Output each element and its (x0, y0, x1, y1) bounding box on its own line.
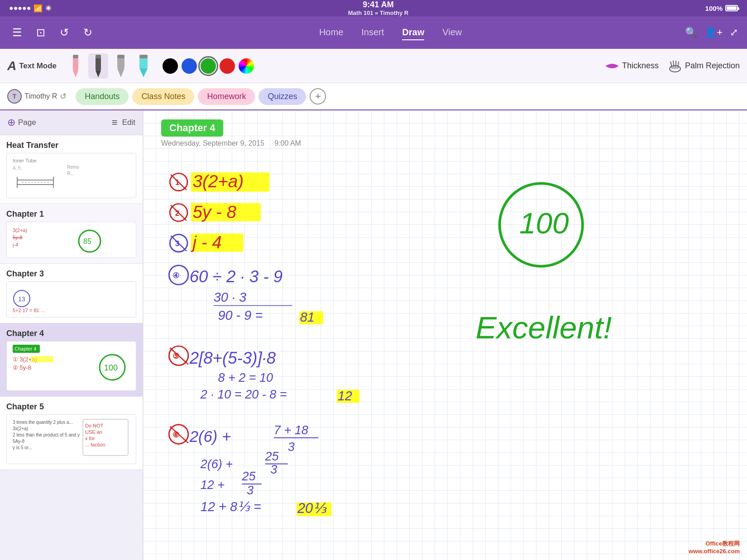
canvas-area[interactable]: Chapter 4 Wednesday, September 9, 2015 9… (143, 110, 747, 560)
watermark-line1: Office教程网 (689, 540, 740, 548)
search-icon[interactable]: 🔍 (685, 27, 697, 38)
sidebar: ⊕ Page ≡ Edit Heat Transfer Inner Tube A… (0, 110, 143, 560)
pen-tool-pink-icon (68, 55, 83, 77)
thickness-button[interactable]: Thickness (605, 61, 659, 71)
hamburger-menu[interactable]: ☰ (9, 24, 25, 42)
svg-text:④: ④ (172, 271, 179, 280)
svg-text:2(6) +: 2(6) + (200, 457, 233, 471)
main-layout: ⊕ Page ≡ Edit Heat Transfer Inner Tube A… (0, 110, 747, 560)
username-arrow[interactable]: ↺ (60, 91, 67, 101)
nav-right: 🔍 👤+ ⤢ (685, 27, 738, 38)
wifi-dots: ●●●●● (9, 4, 31, 12)
sidebar-item-preview: Inner Tube A, h, Remo R... (6, 153, 136, 198)
svg-text:2(6) +: 2(6) + (189, 428, 231, 445)
sidebar-item-chapter1[interactable]: Chapter 1 3(2+a) 5y-8 j-4 85 (0, 204, 143, 264)
color-red[interactable] (220, 58, 235, 74)
svg-text:j - 4: j - 4 (190, 233, 221, 252)
text-mode-icon: A (7, 59, 16, 73)
color-picker[interactable] (239, 58, 254, 74)
svg-rect-8 (117, 55, 124, 58)
chapter-tag: Chapter 4 (161, 119, 223, 137)
svg-text:Remo: Remo (67, 165, 79, 170)
pen-tools (66, 53, 153, 79)
edit-button[interactable]: Edit (122, 118, 135, 127)
sidebar-item-heat-transfer[interactable]: Heat Transfer Inner Tube A, h, Remo R... (0, 135, 143, 204)
tab-classnotes[interactable]: Class Notes (132, 88, 194, 105)
color-green[interactable] (201, 58, 216, 74)
wifi-icon: 📶 (34, 4, 43, 13)
svg-text:12 +: 12 + (201, 478, 225, 492)
svg-text:5+2·17 = 81 ...: 5+2·17 = 81 ... (13, 308, 45, 313)
text-mode-button[interactable]: A Text Mode (7, 59, 57, 73)
nav-tab-draw[interactable]: Draw (402, 25, 424, 40)
svg-text:y is 5 or...: y is 5 or... (13, 445, 32, 450)
svg-marker-7 (117, 68, 124, 77)
svg-text:12 + 8⅓ =: 12 + 8⅓ = (201, 499, 261, 514)
svg-text:3(2+a): 3(2+a) (13, 228, 27, 233)
svg-line-14 (673, 61, 674, 69)
palm-rejection-button[interactable]: Palm Rejection (668, 60, 740, 72)
sidebar-item-chapter5[interactable]: Chapter 5 3 times the quantity 2 plus a.… (0, 397, 143, 470)
pen-tool-gray[interactable] (111, 53, 131, 79)
color-black[interactable] (163, 58, 178, 74)
svg-text:90 - 9 =: 90 - 9 = (218, 308, 263, 323)
nav-tab-insert[interactable]: Insert (361, 25, 384, 40)
svg-rect-5 (96, 55, 101, 58)
avatar: T (7, 89, 22, 104)
nav-tabs: Home Insert Draw View (103, 25, 678, 40)
svg-text:3 times the quantity 2 plus a.: 3 times the quantity 2 plus a... (13, 420, 73, 425)
svg-text:12: 12 (338, 389, 352, 403)
tab-handouts[interactable]: Handouts (76, 88, 129, 105)
pen-tool-pink[interactable] (66, 53, 86, 79)
chapter1-preview: 3(2+a) 5y-8 j-4 85 (8, 223, 135, 257)
svg-text:j-4: j-4 (12, 242, 18, 247)
svg-text:100: 100 (104, 363, 118, 372)
svg-text:8 + 2 = 10: 8 + 2 = 10 (218, 371, 273, 384)
palm-rejection-icon (668, 60, 682, 72)
svg-line-13 (670, 62, 672, 69)
palm-rejection-label: Palm Rejection (685, 61, 740, 71)
nav-tab-view[interactable]: View (442, 25, 462, 40)
status-right: 100% (705, 5, 738, 12)
svg-line-58 (171, 205, 187, 221)
brightness-icon: ✳ (45, 4, 51, 13)
undo-button[interactable]: ↺ (56, 24, 72, 42)
battery-percent: 100% (705, 5, 723, 12)
svg-text:60 ÷ 2 · 3 - 9: 60 ÷ 2 · 3 - 9 (190, 267, 283, 286)
color-blue[interactable] (182, 58, 197, 74)
sidebar-toggle[interactable]: ⊡ (33, 24, 49, 42)
svg-marker-10 (139, 68, 148, 77)
svg-text:3: 3 (270, 463, 277, 476)
svg-line-55 (171, 175, 187, 190)
text-mode-label: Text Mode (19, 62, 57, 71)
nav-tab-home[interactable]: Home (319, 25, 343, 40)
add-user-icon[interactable]: 👤+ (704, 27, 723, 38)
svg-text:2[8+(5-3)]·8: 2[8+(5-3)]·8 (189, 349, 276, 367)
list-view-button[interactable]: ≡ (112, 117, 118, 128)
status-breadcrumb: Math 101 » Timothy R (348, 9, 408, 16)
svg-text:7 + 18: 7 + 18 (274, 423, 308, 437)
svg-rect-11 (139, 55, 148, 58)
pen-tool-dark[interactable] (88, 53, 108, 79)
sidebar-item-chapter3[interactable]: Chapter 3 13 5+2·17 = 81 ... (0, 264, 143, 323)
svg-text:USE an: USE an (85, 429, 102, 435)
redo-button[interactable]: ↻ (80, 24, 96, 42)
svg-text:30 · 3: 30 · 3 (214, 290, 246, 304)
svg-point-12 (670, 66, 680, 72)
heat-transfer-preview: Inner Tube A, h, Remo R... (8, 155, 135, 196)
sidebar-item-chapter4[interactable]: Chapter 4 Chapter 4 ① 3(2+a) ② 5y-8 100 (0, 323, 143, 397)
math-content: 1 3(2+a) 2 5y - 8 3 j - 4 ④ (161, 157, 729, 560)
sidebar-item-title: Chapter 3 (6, 269, 136, 279)
svg-text:5y-8: 5y-8 (13, 235, 22, 240)
svg-rect-2 (73, 55, 78, 58)
canvas-content: Chapter 4 Wednesday, September 9, 2015 9… (143, 110, 747, 560)
expand-icon[interactable]: ⤢ (730, 27, 738, 38)
tab-quizzes[interactable]: Quizzes (259, 88, 306, 105)
add-tab-button[interactable]: + (310, 88, 326, 104)
add-page-button[interactable]: ⊕ Page (7, 117, 36, 128)
pen-tool-gray-icon (114, 55, 128, 77)
svg-text:25: 25 (241, 470, 256, 483)
pen-tool-dark-icon (91, 55, 105, 77)
tab-homework[interactable]: Homework (198, 88, 255, 105)
pen-tool-highlighter[interactable] (134, 53, 153, 79)
